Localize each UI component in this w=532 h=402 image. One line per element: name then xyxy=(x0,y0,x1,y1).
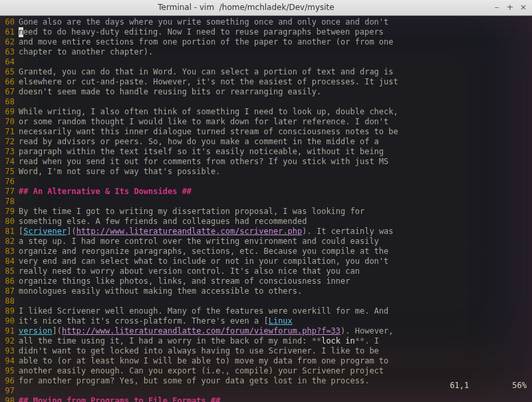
line-number: 68 xyxy=(0,97,19,107)
editor-text: version](http://www.literatureandlatte.c… xyxy=(19,326,529,336)
editor-line: 60Gone also are the days where you write… xyxy=(0,17,529,27)
cursor-position: 61,1 xyxy=(450,381,469,390)
editor-line: 88 xyxy=(0,296,529,306)
markdown-bold: lock in xyxy=(321,336,355,346)
line-number: 93 xyxy=(0,346,19,356)
line-number: 61 xyxy=(0,27,19,37)
editor-text: all the time using it, I had a worry in … xyxy=(19,336,529,346)
markdown-link-url: http://www.literatureandlatte.com/forum/… xyxy=(62,326,340,336)
line-number: 66 xyxy=(0,77,19,87)
line-number: 90 xyxy=(0,316,19,326)
editor-text xyxy=(19,97,529,107)
line-number: 86 xyxy=(0,276,19,286)
editor-text xyxy=(19,57,529,67)
editor-text: didn't want to get locked into always ha… xyxy=(19,346,529,356)
line-number: 74 xyxy=(0,157,19,167)
vim-cursor: n xyxy=(19,27,23,37)
editor-line: 89I liked Scrivener well enough. Many of… xyxy=(0,306,529,316)
line-number: 88 xyxy=(0,296,19,306)
editor-text: necessarily want this inner dialogue tur… xyxy=(19,127,529,137)
minimize-button[interactable]: – xyxy=(492,3,501,13)
editor-line: 64 xyxy=(0,57,529,67)
editor-text: something else. A few friends and collea… xyxy=(19,217,529,227)
editor-line: 94able to (or at least know I will be ab… xyxy=(0,356,529,366)
editor-line: 74read when you send it out for comments… xyxy=(0,157,529,167)
editor-line: 69While writing, I also often think of s… xyxy=(0,107,529,117)
line-number: 65 xyxy=(0,67,19,77)
editor-line: 68 xyxy=(0,97,529,107)
editor-text: Granted, you can do that in Word. You ca… xyxy=(19,67,529,77)
line-number: 72 xyxy=(0,137,19,147)
line-number: 69 xyxy=(0,107,19,117)
editor-line: 63chapter to another chapter). xyxy=(0,47,529,57)
editor-line: 61need to do heavy-duty editing. Now I n… xyxy=(0,27,529,37)
vim-status: 61,1 56% xyxy=(421,371,527,401)
editor-text: or some random thought I would like to m… xyxy=(19,117,529,127)
line-number: 87 xyxy=(0,286,19,296)
line-number: 71 xyxy=(0,127,19,137)
line-number: 95 xyxy=(0,366,19,376)
editor-line: 90it's nice that it's cross-platform. Th… xyxy=(0,316,529,326)
editor-line: 92all the time using it, I had a worry i… xyxy=(0,336,529,346)
line-number: 97 xyxy=(0,386,19,396)
editor-line: 75Word, I'm not sure of way that's possi… xyxy=(0,167,529,177)
close-button[interactable]: × xyxy=(519,3,528,13)
line-number: 67 xyxy=(0,87,19,97)
editor-text: Gone also are the days where you write s… xyxy=(19,17,529,27)
editor-text: read when you send it out for comments f… xyxy=(19,157,529,167)
line-number: 62 xyxy=(0,37,19,47)
markdown-link-label: Scrivener xyxy=(23,227,66,236)
line-number: 85 xyxy=(0,266,19,276)
markdown-link-url: http://www.literatureandlatte.com/scrive… xyxy=(76,227,303,236)
titlebar[interactable]: Terminal - vim /home/mchladek/Dev/mysite… xyxy=(0,0,532,16)
line-number: 60 xyxy=(0,17,19,27)
editor-line: 86organize things like photos, links, an… xyxy=(0,276,529,286)
line-number: 81 xyxy=(0,227,19,237)
editor-line: 81[Scrivener](http://www.literatureandla… xyxy=(0,227,529,237)
editor-text: really need to worry about version contr… xyxy=(19,266,529,276)
markdown-heading: ## An Alternative & Its Downsides ## xyxy=(19,187,529,197)
editor-text: By the time I got to writing my disserta… xyxy=(19,207,529,217)
editor-line: 73paragraph within the text itself so it… xyxy=(0,147,529,157)
editor-line: 93didn't want to get locked into always … xyxy=(0,346,529,356)
line-number: 92 xyxy=(0,336,19,346)
line-number: 98 xyxy=(0,396,19,402)
terminal-viewport[interactable]: 60Gone also are the days where you write… xyxy=(0,16,532,402)
editor-line: 82a step up. I had more control over the… xyxy=(0,237,529,247)
editor-text: able to (or at least know I will be able… xyxy=(19,356,529,366)
line-number: 73 xyxy=(0,147,19,157)
editor-text: read by advisors or peers. So, how do yo… xyxy=(19,137,529,147)
line-number: 78 xyxy=(0,197,19,207)
line-number: 63 xyxy=(0,47,19,57)
editor-line: 76 xyxy=(0,177,529,187)
line-number: 70 xyxy=(0,117,19,127)
editor-text: paragraph within the text itself so it's… xyxy=(19,147,529,157)
editor-text: elsewhere or cut-and-paste. However, it'… xyxy=(19,77,529,87)
editor-text: very end and can select what to include … xyxy=(19,256,529,266)
editor-line: 62and move entire sections from one port… xyxy=(0,37,529,47)
line-number: 91 xyxy=(0,326,19,336)
editor-line: 80something else. A few friends and coll… xyxy=(0,217,529,227)
line-number: 79 xyxy=(0,207,19,217)
editor-text xyxy=(19,296,529,306)
editor-text: I liked Scrivener well enough. Many of t… xyxy=(19,306,529,316)
editor-line: 83organize and reorganize paragraphs, se… xyxy=(0,247,529,256)
line-number: 75 xyxy=(0,167,19,177)
editor-line: 70or some random thought I would like to… xyxy=(0,117,529,127)
line-number: 64 xyxy=(0,57,19,67)
editor-line: 67doesn't seem made to handle reusing bi… xyxy=(0,87,529,97)
editor-line: 78 xyxy=(0,197,529,207)
line-number: 96 xyxy=(0,376,19,386)
editor-text: While writing, I also often think of som… xyxy=(19,107,529,117)
editor-text: need to do heavy-duty editing. Now I nee… xyxy=(19,27,529,37)
editor-line: 91version](http://www.literatureandlatte… xyxy=(0,326,529,336)
line-number: 83 xyxy=(0,247,19,256)
editor-line: 71necessarily want this inner dialogue t… xyxy=(0,127,529,137)
editor-text xyxy=(19,177,529,187)
maximize-button[interactable]: + xyxy=(505,3,515,13)
line-number: 80 xyxy=(0,217,19,227)
editor-line: 72read by advisors or peers. So, how do … xyxy=(0,137,529,147)
editor-text: chapter to another chapter). xyxy=(19,47,529,57)
markdown-link-label: version xyxy=(19,326,53,336)
editor-line: 79By the time I got to writing my disser… xyxy=(0,207,529,217)
